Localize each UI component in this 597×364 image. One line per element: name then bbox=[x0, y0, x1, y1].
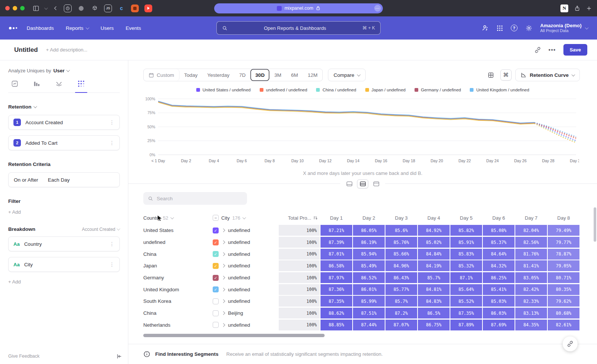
address-bar[interactable]: mixpanel.com ⋯ bbox=[214, 3, 383, 13]
command-toggle-icon[interactable]: ⌘ bbox=[500, 69, 512, 81]
retention-value-cell[interactable]: 84.35% bbox=[515, 320, 547, 330]
retention-value-cell[interactable]: 85.7% bbox=[418, 272, 450, 283]
retention-line-incomplete[interactable] bbox=[534, 123, 576, 141]
retention-value-cell[interactable]: 86.01% bbox=[353, 284, 385, 295]
global-search[interactable]: Open Reports & Dashboards ⌘ + K bbox=[216, 21, 381, 35]
compare-button[interactable]: Compare bbox=[328, 69, 366, 81]
retention-value-cell[interactable]: 83.13% bbox=[515, 308, 547, 318]
retention-value-cell[interactable]: 82.61% bbox=[548, 320, 579, 330]
minimize-window-button[interactable] bbox=[13, 6, 17, 10]
retention-value-cell[interactable]: 86.19% bbox=[353, 237, 385, 248]
row-checkbox[interactable]: ✓ bbox=[213, 275, 219, 281]
retention-value-cell[interactable]: 85.82% bbox=[450, 225, 482, 236]
retention-line-incomplete[interactable] bbox=[534, 123, 576, 142]
view-split-icon[interactable] bbox=[357, 179, 368, 188]
criteria-each-day-dropdown[interactable]: Each Day bbox=[48, 177, 70, 183]
retention-step[interactable]: 2Added To Cart⋮ bbox=[8, 135, 120, 150]
gear-icon[interactable] bbox=[525, 25, 532, 32]
retention-value-cell[interactable]: 79.77% bbox=[548, 237, 579, 248]
js-extension-icon[interactable]: JS bbox=[104, 4, 112, 12]
nav-item-users[interactable]: Users bbox=[101, 25, 114, 31]
retention-value-cell[interactable]: 86.43% bbox=[385, 272, 417, 283]
retention-value-cell[interactable]: 80.71% bbox=[548, 272, 579, 283]
floating-share-link-button[interactable] bbox=[563, 336, 578, 351]
row-checkbox[interactable] bbox=[213, 310, 219, 316]
retention-value-cell[interactable]: 85.91% bbox=[450, 237, 482, 248]
nav-item-reports[interactable]: Reports bbox=[66, 25, 88, 31]
tab-flows[interactable] bbox=[55, 80, 63, 87]
retention-line[interactable] bbox=[158, 102, 534, 124]
tab-funnels[interactable] bbox=[33, 80, 40, 87]
c-extension-icon[interactable]: c bbox=[118, 4, 125, 12]
retention-value-cell[interactable]: 85.08% bbox=[483, 225, 515, 236]
horizontal-scrollbar[interactable] bbox=[143, 334, 325, 337]
retention-value-cell[interactable]: 85.41% bbox=[483, 284, 515, 295]
new-tab-icon[interactable] bbox=[586, 6, 592, 11]
retention-value-cell[interactable]: 87.89% bbox=[450, 320, 482, 330]
segments-title[interactable]: Find Interesting Segments bbox=[155, 351, 219, 357]
day-column-header[interactable]: Day 3 bbox=[385, 215, 418, 221]
breakdown-scope-dropdown[interactable]: Account Created bbox=[82, 227, 120, 232]
retention-value-cell[interactable]: 87.1% bbox=[450, 272, 482, 283]
retention-line-incomplete[interactable] bbox=[534, 123, 576, 142]
retention-value-cell[interactable]: 85.49% bbox=[353, 260, 385, 271]
retention-line-incomplete[interactable] bbox=[534, 123, 576, 139]
collapse-sidebar-icon[interactable] bbox=[116, 353, 122, 360]
retention-value-cell[interactable]: 81.76% bbox=[515, 249, 547, 260]
range-custom[interactable]: Custom bbox=[144, 69, 179, 81]
retention-value-cell[interactable]: 82.56% bbox=[515, 237, 547, 248]
retention-value-cell[interactable]: 82.42% bbox=[515, 284, 547, 295]
apps-grid-icon[interactable] bbox=[497, 25, 503, 31]
row-checkbox[interactable]: ✓ bbox=[213, 286, 219, 292]
retention-value-cell[interactable]: 85.99% bbox=[353, 296, 385, 307]
expand-row-icon[interactable] bbox=[222, 299, 225, 303]
day-column-header[interactable]: Day 8 bbox=[547, 215, 580, 221]
save-button[interactable]: Save bbox=[563, 44, 587, 56]
retention-value-cell[interactable]: 81.41% bbox=[515, 260, 547, 271]
add-description-link[interactable]: + Add description... bbox=[46, 47, 87, 53]
page-title[interactable]: Untitled bbox=[14, 46, 38, 54]
more-options-icon[interactable]: ••• bbox=[548, 47, 556, 53]
retention-value-cell[interactable]: 82.33% bbox=[515, 296, 547, 307]
range-7d[interactable]: 7D bbox=[234, 69, 250, 81]
orange-extension-icon[interactable] bbox=[131, 4, 139, 12]
retention-value-cell[interactable]: 87.97% bbox=[321, 272, 352, 283]
vertical-scrollbar[interactable] bbox=[594, 207, 596, 242]
retention-value-cell[interactable]: 84.19% bbox=[418, 260, 450, 271]
expand-row-icon[interactable] bbox=[222, 323, 225, 327]
day-column-header[interactable]: Day 7 bbox=[515, 215, 547, 221]
sidebar-toggle-icon[interactable] bbox=[33, 6, 39, 11]
row-checkbox[interactable]: ✓ bbox=[213, 251, 219, 257]
red-extension-icon[interactable] bbox=[144, 4, 152, 12]
expand-row-icon[interactable] bbox=[222, 264, 225, 268]
retention-value-cell[interactable]: 86.5% bbox=[418, 308, 450, 318]
retention-value-cell[interactable]: 85.52% bbox=[450, 296, 482, 307]
data-management-icon[interactable] bbox=[481, 24, 489, 32]
give-feedback-link[interactable]: Give Feedback bbox=[8, 354, 40, 359]
kebab-menu-icon[interactable]: ⋮ bbox=[109, 140, 115, 146]
retention-value-cell[interactable]: 79.05% bbox=[548, 260, 579, 271]
zoom-window-button[interactable] bbox=[20, 6, 25, 10]
country-column-header[interactable]: Country 52 bbox=[143, 215, 213, 221]
city-column-header[interactable]: – City 176 bbox=[213, 215, 278, 221]
nav-item-events[interactable]: Events bbox=[126, 25, 141, 31]
retention-value-cell[interactable]: 87.69% bbox=[483, 320, 515, 330]
chart-type-dropdown[interactable]: Retention Curve bbox=[515, 69, 580, 81]
expand-row-icon[interactable] bbox=[222, 311, 225, 315]
retention-value-cell[interactable]: 79.49% bbox=[548, 225, 579, 236]
total-column-header[interactable]: Total Pro... bbox=[278, 215, 320, 221]
retention-value-cell[interactable]: 80.35% bbox=[548, 284, 579, 295]
expand-row-icon[interactable] bbox=[222, 229, 225, 232]
retention-value-cell[interactable]: 84.96% bbox=[385, 260, 417, 271]
retention-value-cell[interactable]: 86.03% bbox=[483, 308, 515, 318]
retention-value-cell[interactable]: 83.05% bbox=[515, 272, 547, 283]
retention-value-cell[interactable]: 87.01% bbox=[321, 249, 352, 260]
view-table-only-icon[interactable] bbox=[371, 179, 382, 188]
retention-value-cell[interactable]: 87.07% bbox=[385, 320, 417, 330]
retention-value-cell[interactable]: 85.7% bbox=[385, 296, 417, 307]
retention-value-cell[interactable]: 85.37% bbox=[483, 237, 515, 248]
retention-value-cell[interactable]: 84.81% bbox=[418, 284, 450, 295]
retention-line-incomplete[interactable] bbox=[534, 123, 576, 138]
add-filter-button[interactable]: + Add bbox=[8, 209, 21, 215]
row-checkbox[interactable] bbox=[213, 322, 219, 328]
